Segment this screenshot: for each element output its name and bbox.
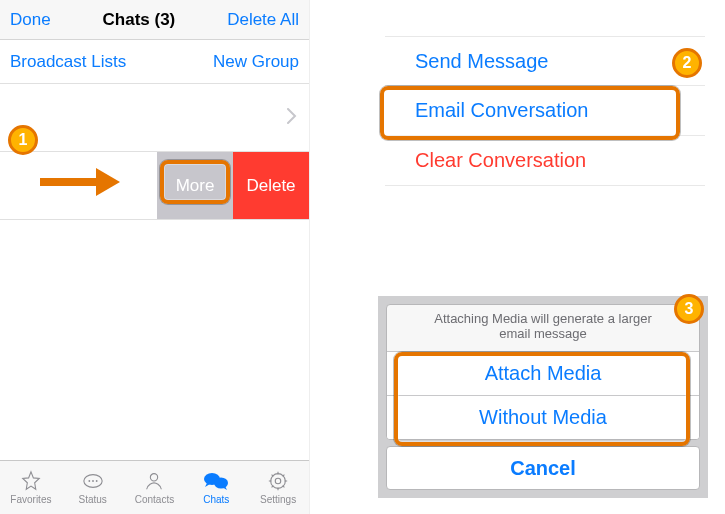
tab-settings[interactable]: Settings (247, 461, 309, 514)
chats-screen: Done Chats (3) Delete All Broadcast List… (0, 0, 310, 514)
svg-point-2 (92, 480, 94, 482)
svg-point-6 (214, 478, 228, 489)
chats-icon (203, 470, 229, 492)
tab-bar: Favorites Status Contacts Chats Settings (0, 460, 309, 514)
tab-label: Favorites (10, 494, 51, 505)
svg-point-8 (275, 478, 281, 484)
cancel-button[interactable]: Cancel (386, 446, 700, 490)
chevron-right-icon (287, 108, 297, 128)
contact-icon (141, 470, 167, 492)
gear-icon (265, 470, 291, 492)
star-icon (18, 470, 44, 492)
svg-point-1 (88, 480, 90, 482)
broadcast-lists-link[interactable]: Broadcast Lists (10, 52, 126, 72)
delete-all-button[interactable]: Delete All (227, 10, 299, 30)
clear-conversation-option[interactable]: Clear Conversation (385, 136, 705, 186)
attach-media-button[interactable]: Attach Media (387, 351, 699, 395)
step-badge-2: 2 (672, 48, 702, 78)
without-media-button[interactable]: Without Media (387, 395, 699, 439)
swipe-actions: More Delete (157, 152, 309, 219)
tab-label: Settings (260, 494, 296, 505)
done-button[interactable]: Done (10, 10, 51, 30)
tab-label: Chats (203, 494, 229, 505)
tab-label: Contacts (135, 494, 174, 505)
status-icon (80, 470, 106, 492)
sheet-message: Attaching Media will generate a larger e… (387, 305, 699, 351)
svg-marker-10 (96, 168, 120, 196)
nav-title: Chats (3) (103, 10, 176, 30)
tab-favorites[interactable]: Favorites (0, 461, 62, 514)
tab-label: Status (79, 494, 107, 505)
new-group-link[interactable]: New Group (213, 52, 299, 72)
more-button[interactable]: More (157, 152, 233, 219)
navbar: Done Chats (3) Delete All (0, 0, 309, 40)
svg-point-4 (151, 474, 158, 481)
step-badge-3: 3 (674, 294, 704, 324)
arrow-icon (40, 168, 120, 196)
send-message-option[interactable]: Send Message (385, 36, 705, 86)
step-badge-1: 1 (8, 125, 38, 155)
tab-chats[interactable]: Chats (185, 461, 247, 514)
chat-row[interactable] (0, 84, 309, 152)
svg-rect-9 (40, 178, 96, 186)
conversation-options: Send Message Email Conversation Clear Co… (385, 36, 705, 186)
email-conversation-option[interactable]: Email Conversation (385, 86, 705, 136)
attach-media-sheet: Attaching Media will generate a larger e… (378, 296, 708, 498)
delete-button[interactable]: Delete (233, 152, 309, 219)
sub-navbar: Broadcast Lists New Group (0, 40, 309, 84)
tab-contacts[interactable]: Contacts (124, 461, 186, 514)
tab-status[interactable]: Status (62, 461, 124, 514)
sheet-card: Attaching Media will generate a larger e… (386, 304, 700, 440)
svg-point-3 (95, 480, 97, 482)
